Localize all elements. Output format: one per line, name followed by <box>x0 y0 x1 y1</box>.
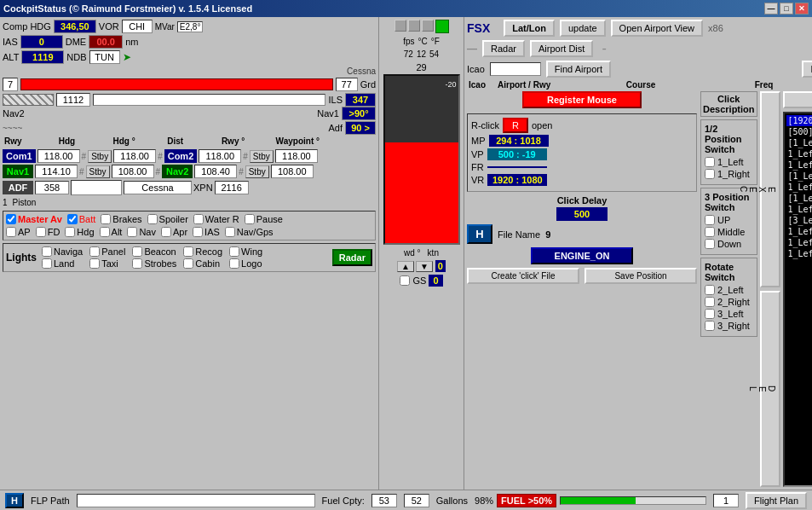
engine-on-button[interactable]: ENGINE_ON <box>531 247 633 264</box>
save-position-button[interactable]: Save Position <box>585 268 697 284</box>
h-status-button[interactable]: H <box>5 493 24 508</box>
adf-name-input[interactable] <box>124 181 192 194</box>
open-airport-view-button[interactable]: Open Airport View <box>611 20 703 37</box>
alt-checkbox[interactable] <box>100 227 110 237</box>
2-left-checkbox[interactable] <box>705 285 715 295</box>
1-right-checkbox[interactable] <box>705 169 715 179</box>
load-apt-button[interactable]: Load Apt's <box>802 61 812 78</box>
nav1-stby-button[interactable]: Stby <box>86 165 110 178</box>
master-av-checkbox[interactable] <box>6 214 16 224</box>
3-left-checkbox[interactable] <box>705 309 715 319</box>
navgps-checkbox[interactable] <box>225 227 235 237</box>
vor-input[interactable] <box>122 20 153 33</box>
radar-lights-button[interactable]: Radar <box>332 249 372 266</box>
arrow-down-button[interactable]: ▼ <box>416 261 433 272</box>
beacon-checkbox[interactable] <box>132 246 142 257</box>
fd-checkbox[interactable] <box>36 227 46 237</box>
com2-stby-button[interactable]: Stby <box>250 150 274 163</box>
gs-checkbox[interactable] <box>400 275 410 286</box>
ils-val1-input[interactable] <box>56 93 90 107</box>
file-listbox[interactable]: [1920 : 1080][500][1_Left]1_Left 1088/97… <box>783 112 812 487</box>
hdg-checkbox[interactable] <box>65 227 75 237</box>
file-list-item[interactable]: [1_Left] <box>786 137 812 148</box>
close-button[interactable]: ✕ <box>795 3 809 14</box>
pause-checkbox[interactable] <box>245 214 255 224</box>
file-list-item[interactable]: [1_Left] <box>786 193 812 204</box>
icon1[interactable] <box>394 20 406 32</box>
ils-value[interactable] <box>345 93 376 107</box>
adf-freq[interactable] <box>35 181 69 194</box>
h-button[interactable]: H <box>467 224 492 244</box>
wing-checkbox[interactable] <box>229 246 239 257</box>
middle-checkbox[interactable] <box>705 227 715 237</box>
taxi-checkbox[interactable] <box>89 258 100 269</box>
logo-checkbox[interactable] <box>229 258 239 269</box>
strobes-checkbox[interactable] <box>132 258 142 269</box>
ndb-input[interactable] <box>89 50 120 64</box>
com1-freq2[interactable] <box>113 149 156 163</box>
file-list-item[interactable]: 1_Left 294/1018 <box>786 237 812 248</box>
down-checkbox[interactable] <box>705 239 715 249</box>
nav2-freq2[interactable] <box>271 165 314 178</box>
com1-stby1-button[interactable]: Stby <box>88 150 112 163</box>
airport-dist-button[interactable]: Airport Dist <box>530 40 593 57</box>
find-airport-button[interactable]: Find Airport <box>546 61 611 78</box>
radar-button[interactable]: Radar <box>482 40 525 57</box>
file-list-item[interactable]: 1_Left 1088/977 <box>786 148 812 159</box>
file-list-item[interactable]: 1_Left 294/1018 <box>786 226 812 237</box>
xpn-input[interactable] <box>215 181 249 194</box>
select-file-button[interactable]: Select File <box>783 91 812 108</box>
ias2-checkbox[interactable] <box>193 227 203 237</box>
com2-freq2[interactable] <box>275 149 318 163</box>
del-button[interactable]: DEL <box>760 291 780 487</box>
register-mouse-button[interactable]: Register Mouse <box>522 91 642 108</box>
ap-checkbox[interactable] <box>6 227 16 237</box>
panel-checkbox[interactable] <box>89 246 100 257</box>
dme-input[interactable] <box>89 35 123 49</box>
icao-input1[interactable] <box>490 62 541 76</box>
maximize-button[interactable]: □ <box>780 3 793 14</box>
batt-checkbox[interactable] <box>67 214 78 224</box>
land-checkbox[interactable] <box>42 258 52 269</box>
naviga-checkbox[interactable] <box>42 246 52 257</box>
com1-freq1[interactable] <box>37 149 80 163</box>
r-key-button[interactable]: R <box>503 118 528 133</box>
nav1-freq1[interactable] <box>35 165 78 178</box>
cabin-checkbox[interactable] <box>183 258 193 269</box>
file-list-item[interactable]: 1_Left 294/1018 <box>786 248 812 259</box>
3-right-checkbox[interactable] <box>705 321 715 331</box>
latlon-button[interactable]: Lat/Lon <box>504 20 555 37</box>
create-click-file-button[interactable]: Create 'click' File <box>467 268 579 284</box>
apr-checkbox[interactable] <box>161 227 171 237</box>
recog-checkbox[interactable] <box>183 246 193 257</box>
nav1-freq2[interactable] <box>112 165 154 178</box>
comp-hdg-input[interactable] <box>54 20 96 33</box>
ias-input[interactable] <box>20 35 63 49</box>
icon3[interactable] <box>422 20 434 32</box>
brakes-checkbox[interactable] <box>101 214 111 224</box>
arrow-up-button[interactable]: ▲ <box>397 261 414 272</box>
com2-freq1[interactable] <box>199 149 241 163</box>
exec-button[interactable]: EXEC <box>760 91 780 287</box>
adf-angle-input[interactable] <box>345 121 376 135</box>
file-list-item[interactable]: [1920 : 1080] <box>786 115 812 126</box>
nav-checkbox[interactable] <box>127 227 137 237</box>
minimize-button[interactable]: — <box>764 3 778 14</box>
file-list-item[interactable]: [1_Left] <box>786 171 812 182</box>
1-left-checkbox[interactable] <box>705 157 715 167</box>
2-right-checkbox[interactable] <box>705 297 715 307</box>
water-r-checkbox[interactable] <box>193 214 204 224</box>
icon2[interactable] <box>408 20 420 32</box>
nav2-stby-button[interactable]: Stby <box>245 165 269 178</box>
file-list-item[interactable]: 1_Left 294/1018 <box>786 204 812 215</box>
flight-plan-button[interactable]: Flight Plan <box>746 492 807 509</box>
file-list-item[interactable]: 1_Left 1088/977 <box>786 159 812 171</box>
flp-path-input[interactable] <box>77 494 315 507</box>
up-checkbox[interactable] <box>705 215 715 225</box>
nav2-freq1[interactable] <box>194 165 237 178</box>
update-button[interactable]: update <box>560 20 606 37</box>
nav1-angle[interactable] <box>342 107 376 120</box>
spoiler-checkbox[interactable] <box>147 214 158 224</box>
alt-input[interactable] <box>21 50 64 64</box>
file-list-item[interactable]: [500] <box>786 126 812 137</box>
